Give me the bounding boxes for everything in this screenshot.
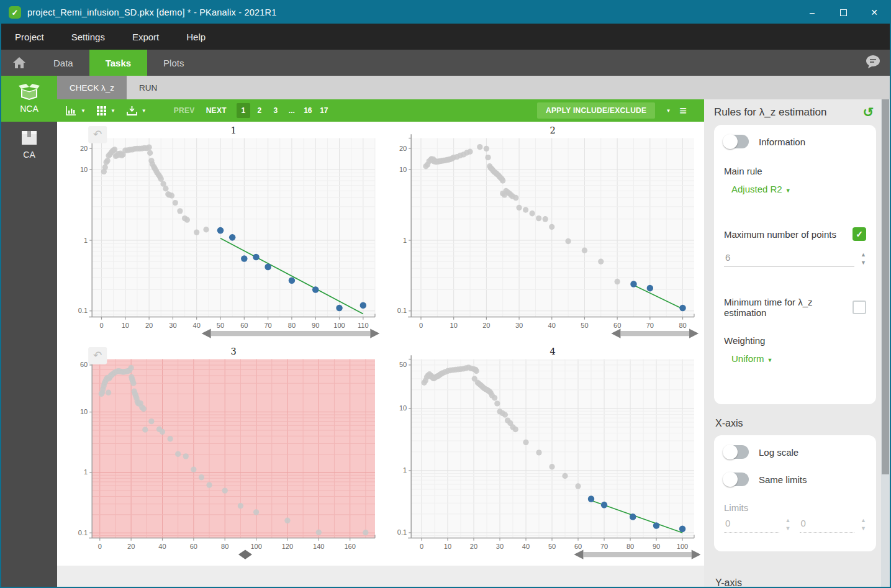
data-point-excluded[interactable] [160,428,165,434]
plot-subject-2[interactable]: 201010.1010203040506070802 [381,124,700,345]
apply-dropdown-caret[interactable]: ▼ [666,108,671,114]
data-point-excluded[interactable] [363,530,368,535]
page-button-1[interactable]: 1 [237,103,250,118]
data-point-excluded[interactable] [206,482,212,487]
data-point-excluded[interactable] [502,412,508,417]
data-point-included[interactable] [601,501,607,508]
data-point-excluded[interactable] [513,195,518,201]
plot-subject-3[interactable]: 601010.10204060801001201401603↶ [62,345,381,566]
menu-help[interactable]: Help [174,32,218,42]
data-point-included[interactable] [360,302,366,309]
data-point-excluded[interactable] [316,529,322,535]
data-point-excluded[interactable] [523,439,528,445]
x-range-slider[interactable] [574,550,700,559]
tab-plots[interactable]: Plots [147,50,200,76]
data-point-excluded[interactable] [106,389,111,395]
data-point-included[interactable] [253,254,259,261]
plot-subject-4[interactable]: 501010.101020304050607080901004 [381,345,700,566]
data-point-excluded[interactable] [536,450,541,455]
x-range-slider-collapsed[interactable] [238,550,252,559]
reset-zoom-button[interactable]: ↶ [88,126,107,143]
data-point-excluded[interactable] [130,380,136,386]
data-point-excluded[interactable] [177,208,183,214]
data-point-excluded[interactable] [575,483,581,489]
data-point-included[interactable] [336,305,342,312]
min-time-checkbox[interactable] [853,301,866,314]
data-point-excluded[interactable] [169,192,174,198]
scrollbar-thumb[interactable] [882,99,889,474]
data-point-excluded[interactable] [141,405,147,411]
menu-project[interactable]: Project [2,32,57,42]
data-point-excluded[interactable] [523,207,528,212]
next-page-button[interactable]: NEXT [206,106,227,115]
data-point-excluded[interactable] [191,466,196,472]
data-point-excluded[interactable] [148,418,154,423]
feedback-bubble-icon[interactable] [865,55,881,71]
data-point-included[interactable] [289,277,295,284]
data-point-excluded[interactable] [284,517,290,523]
reset-rules-icon[interactable]: ↺ [862,106,874,119]
max-points-checkbox[interactable]: ✓ [853,227,866,241]
prev-page-button[interactable]: PREV [174,106,195,115]
x-range-slider[interactable] [611,328,699,338]
reset-zoom-button[interactable]: ↶ [88,347,107,364]
maximize-button[interactable] [828,1,859,24]
home-button[interactable] [1,50,37,76]
data-point-excluded[interactable] [203,227,209,232]
data-point-excluded[interactable] [173,200,178,206]
data-point-excluded[interactable] [194,229,199,235]
data-point-excluded[interactable] [142,427,148,432]
data-point-excluded[interactable] [163,186,168,191]
data-point-included[interactable] [653,522,659,529]
data-point-excluded[interactable] [238,502,243,508]
data-point-excluded[interactable] [492,395,497,400]
data-point-excluded[interactable] [175,451,181,456]
data-point-excluded[interactable] [484,146,489,152]
data-point-included[interactable] [229,234,235,241]
menu-hamburger-icon[interactable]: ≡ [679,104,687,118]
page-button-16[interactable]: 16 [301,103,315,118]
tab-data[interactable]: Data [37,50,89,76]
data-point-excluded[interactable] [543,216,548,222]
data-point-excluded[interactable] [253,509,259,515]
data-point-excluded[interactable] [536,215,541,221]
data-point-excluded[interactable] [598,259,604,265]
data-point-excluded[interactable] [565,238,571,244]
x-same-limits-toggle[interactable] [724,473,749,486]
sidebar-item-nca[interactable]: NCA [1,76,57,122]
data-point-included[interactable] [630,513,636,520]
data-point-excluded[interactable] [530,210,535,216]
data-point-excluded[interactable] [513,426,518,432]
data-point-excluded[interactable] [147,150,153,156]
data-point-excluded[interactable] [516,205,522,210]
data-point-included[interactable] [647,285,653,292]
x-log-scale-toggle[interactable] [724,445,749,459]
data-point-included[interactable] [630,281,636,287]
plot-type-button[interactable]: ▼ [66,106,86,115]
max-points-input[interactable]: 6 [724,251,854,267]
tab-tasks[interactable]: Tasks [89,50,147,76]
data-point-excluded[interactable] [184,217,190,222]
x-range-slider[interactable] [202,328,380,338]
close-button[interactable]: ✕ [859,1,890,24]
data-point-excluded[interactable] [494,400,500,406]
x-limit-max-input[interactable]: 0 [800,517,855,533]
data-point-included[interactable] [217,227,224,234]
information-toggle[interactable] [724,135,749,148]
x-limit-min-stepper[interactable]: ▲▼ [785,518,791,533]
data-point-excluded[interactable] [582,248,587,253]
data-point-included[interactable] [241,255,247,262]
data-point-included[interactable] [265,264,271,271]
grid-layout-button[interactable]: ▼ [97,106,115,115]
x-limit-min-input[interactable]: 0 [724,517,779,533]
menu-settings[interactable]: Settings [59,32,117,42]
data-point-excluded[interactable] [102,165,108,170]
page-button-3[interactable]: 3 [269,103,283,118]
data-point-excluded[interactable] [199,474,204,480]
data-point-excluded[interactable] [485,155,491,160]
data-point-excluded[interactable] [562,473,568,478]
data-point-excluded[interactable] [549,224,554,230]
x-limit-max-stepper[interactable]: ▲▼ [861,518,866,533]
data-point-excluded[interactable] [167,436,173,441]
data-point-excluded[interactable] [104,158,110,163]
